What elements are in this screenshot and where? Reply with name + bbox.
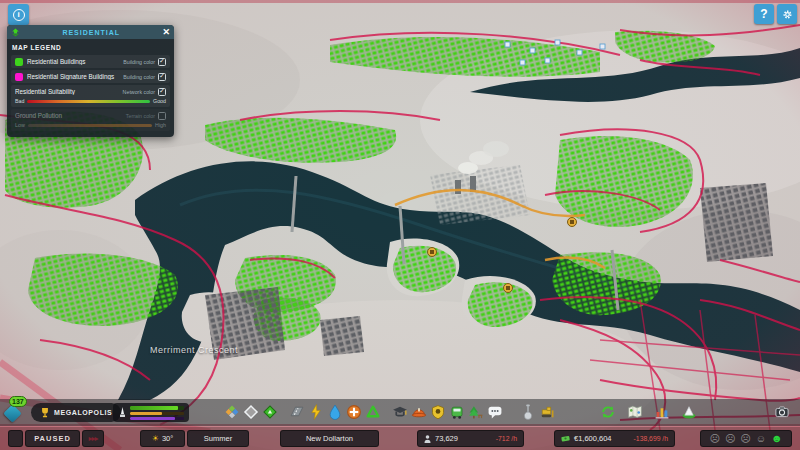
population-indicator[interactable]: 73,629 -712 /h xyxy=(417,430,524,447)
green-swatch xyxy=(15,58,23,66)
channel-label: Network color xyxy=(123,89,155,95)
legend-row-suitability: Residential Suitability Network color Ba… xyxy=(11,85,170,107)
education-icon[interactable] xyxy=(390,402,409,422)
toolbar-icons xyxy=(222,402,698,422)
question-icon: ? xyxy=(760,7,767,21)
city-name-button[interactable]: New Dollarton xyxy=(280,430,379,447)
sad-face-icon: ☹ xyxy=(709,434,719,444)
garbage-icon[interactable] xyxy=(363,402,382,422)
pause-button[interactable] xyxy=(8,430,23,447)
close-icon[interactable]: ✕ xyxy=(162,28,170,37)
scale-max-label: Good xyxy=(153,98,166,104)
happiness-indicator[interactable]: ☹ ☹ ☹ ☺ ☻ xyxy=(700,430,792,447)
season-indicator: Summer xyxy=(187,430,249,447)
landscaping-icon[interactable] xyxy=(518,402,537,422)
orange-progress-bar xyxy=(130,412,184,415)
statistics-icon[interactable] xyxy=(652,402,671,422)
terrain-color-checkbox[interactable] xyxy=(158,112,166,120)
neutral-face-icon: ☺ xyxy=(756,434,766,444)
neutral-face-icon: ☹ xyxy=(740,434,750,444)
suitability-gradient-bar xyxy=(27,100,150,103)
city-map-icon[interactable] xyxy=(625,402,644,422)
fire-rescue-icon[interactable] xyxy=(409,402,428,422)
network-color-checkbox[interactable] xyxy=(158,88,166,96)
population-value: 73,629 xyxy=(435,434,458,443)
status-bar: PAUSED ▸▸▸ ☀ 30° Summer New Dollarton 73… xyxy=(0,427,800,450)
legend-row-signature-buildings: Residential Signature Buildings Building… xyxy=(11,70,170,83)
gear-icon xyxy=(783,10,792,19)
channel-label: Building color xyxy=(123,74,155,80)
green-progress-bar xyxy=(130,406,184,410)
communications-icon[interactable] xyxy=(485,402,504,422)
level-badge[interactable]: 137 xyxy=(9,396,27,407)
residential-icon xyxy=(11,28,20,37)
magenta-swatch xyxy=(15,73,23,81)
signature-buildings-icon[interactable] xyxy=(260,402,279,422)
milestone-label: MEGALOPOLIS xyxy=(54,409,112,416)
panel-title: RESIDENTIAL xyxy=(20,29,162,36)
bulldozer-icon[interactable] xyxy=(537,402,556,422)
legend-label: Residential Signature Buildings xyxy=(27,73,123,80)
pollution-gradient-bar xyxy=(28,124,152,127)
legend-row-residential-buildings: Residential Buildings Building color xyxy=(11,55,170,68)
building-color-checkbox[interactable] xyxy=(158,73,166,81)
paused-label: PAUSED xyxy=(25,430,80,447)
scale-min-label: Low xyxy=(15,122,25,128)
map-legend-panel: RESIDENTIAL ✕ MAP LEGEND Residential Bui… xyxy=(7,25,174,137)
progression-bars[interactable] xyxy=(113,403,189,422)
game-screen: Merriment Crescent i ? RESIDENTIAL ✕ MAP… xyxy=(0,0,800,450)
money-icon xyxy=(561,435,570,442)
scale-max-label: High xyxy=(155,122,166,128)
info-views-button[interactable]: i xyxy=(8,4,29,25)
economy-icon[interactable] xyxy=(598,402,617,422)
top-red-strip xyxy=(0,0,800,3)
electricity-icon[interactable] xyxy=(306,402,325,422)
legend-label: Residential Buildings xyxy=(27,58,123,65)
monument-icon xyxy=(118,407,127,418)
treasury-indicator[interactable]: €1,600,604 -138,699 /h xyxy=(554,430,675,447)
building-color-checkbox[interactable] xyxy=(158,58,166,66)
settings-button[interactable] xyxy=(777,4,797,24)
photo-mode-icon[interactable] xyxy=(772,402,791,422)
temperature-indicator[interactable]: ☀ 30° xyxy=(140,430,185,447)
treasury-value: €1,600,604 xyxy=(574,434,612,443)
transportation-icon[interactable] xyxy=(447,402,466,422)
person-icon xyxy=(424,435,431,443)
channel-label: Terrain color xyxy=(126,113,155,119)
areas-icon[interactable] xyxy=(241,402,260,422)
milestone-button[interactable]: MEGALOPOLIS xyxy=(31,403,121,422)
speed-controls[interactable]: ▸▸▸ xyxy=(82,430,104,447)
police-icon[interactable] xyxy=(428,402,447,422)
legend-label: Residential Suitability xyxy=(15,88,123,95)
panel-header: RESIDENTIAL ✕ xyxy=(7,25,174,39)
happy-face-icon: ☻ xyxy=(771,433,783,444)
legend-label: Ground Pollution xyxy=(15,112,126,119)
zones-icon[interactable] xyxy=(222,402,241,422)
info-icon: i xyxy=(13,9,25,21)
temperature-value: 30° xyxy=(162,434,173,443)
scale-min-label: Bad xyxy=(15,98,24,104)
treasury-trend: -138,699 /h xyxy=(634,435,668,442)
sun-icon: ☀ xyxy=(152,434,159,443)
map-legend-heading: MAP LEGEND xyxy=(12,44,169,51)
healthcare-icon[interactable] xyxy=(344,402,363,422)
parks-recreation-icon[interactable] xyxy=(466,402,485,422)
natural-resources-icon[interactable] xyxy=(679,402,698,422)
trophy-icon xyxy=(40,407,50,418)
district-label: Merriment Crescent xyxy=(150,345,238,355)
channel-label: Building color xyxy=(123,59,155,65)
legend-row-ground-pollution: Ground Pollution Terrain color Low High xyxy=(11,109,170,131)
help-button[interactable]: ? xyxy=(754,4,774,24)
photo-mode-slot xyxy=(772,402,791,422)
purple-progress-bar xyxy=(130,417,184,420)
roads-icon[interactable] xyxy=(287,402,306,422)
water-icon[interactable] xyxy=(325,402,344,422)
population-trend: -712 /h xyxy=(496,435,517,442)
sad-face-icon: ☹ xyxy=(725,434,735,444)
